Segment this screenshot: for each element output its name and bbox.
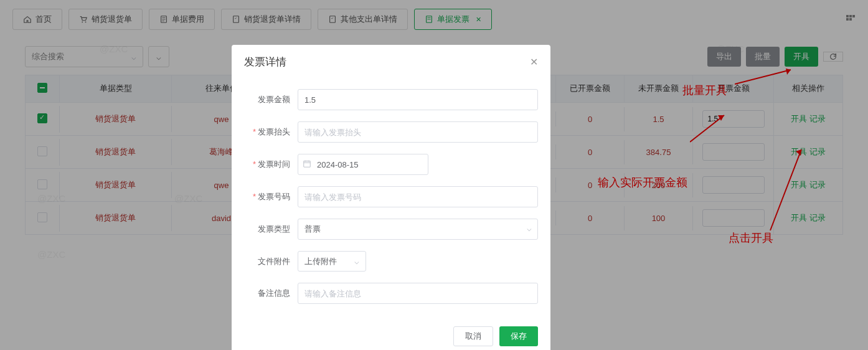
amount-input[interactable] [298, 89, 538, 110]
calendar-icon [303, 159, 311, 168]
invoice-modal: 发票详情 ✕ 发票金额 *发票抬头 *发票时间 *发票号码 发票类型 [232, 45, 550, 350]
cancel-button[interactable]: 取消 [453, 326, 493, 346]
modal-title: 发票详情 [244, 55, 286, 69]
number-input[interactable] [298, 186, 538, 207]
label-type: 发票类型 [244, 224, 298, 235]
label-time: 发票时间 [258, 159, 290, 169]
remark-input[interactable] [298, 283, 538, 304]
close-icon[interactable]: ✕ [530, 56, 538, 68]
label-number: 发票号码 [258, 192, 290, 201]
label-header: 发票抬头 [258, 127, 290, 136]
svg-rect-17 [304, 161, 311, 168]
header-input[interactable] [298, 121, 538, 143]
chevron-down-icon: ⌵ [354, 257, 359, 266]
label-remark: 备注信息 [244, 288, 298, 299]
label-amount: 发票金额 [244, 94, 298, 105]
label-file: 文件附件 [244, 256, 298, 267]
time-input[interactable] [298, 154, 428, 175]
upload-button[interactable]: 上传附件 ⌵ [298, 251, 366, 272]
upload-label: 上传附件 [304, 256, 337, 267]
save-button[interactable]: 保存 [499, 326, 538, 346]
type-select[interactable] [298, 219, 538, 240]
